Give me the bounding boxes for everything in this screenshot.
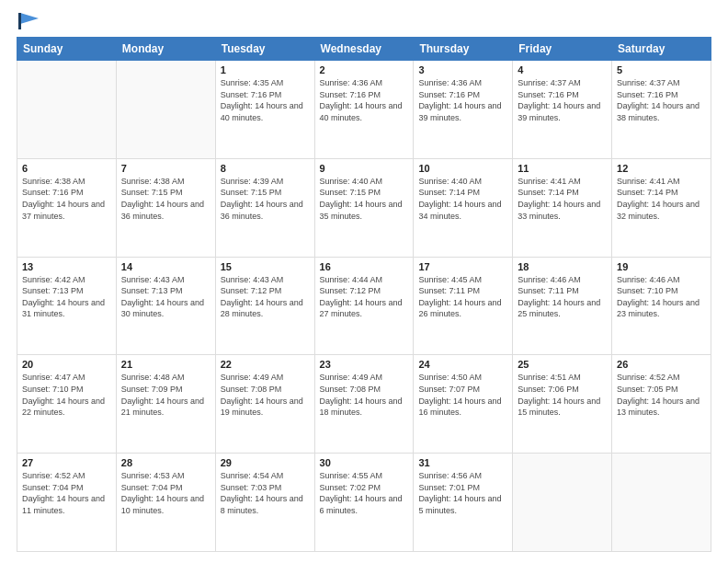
daylight-label: Daylight: 14 hours and 21 minutes. — [121, 396, 204, 418]
day-number: 22 — [221, 359, 310, 370]
sunset-label: Sunset: 7:03 PM — [221, 483, 282, 492]
day-info: Sunrise: 4:38 AM Sunset: 7:15 PM Dayligh… — [121, 176, 210, 222]
sunset-label: Sunset: 7:10 PM — [22, 385, 84, 394]
day-info: Sunrise: 4:42 AM Sunset: 7:13 PM Dayligh… — [22, 274, 111, 320]
day-number: 15 — [221, 261, 310, 272]
day-number: 8 — [221, 163, 310, 174]
day-number: 14 — [121, 261, 210, 272]
daylight-label: Daylight: 14 hours and 31 minutes. — [22, 298, 105, 319]
sunrise-label: Sunrise: 4:46 AM — [617, 275, 680, 284]
day-info: Sunrise: 4:35 AM Sunset: 7:16 PM Dayligh… — [221, 77, 310, 123]
day-number: 31 — [418, 457, 507, 468]
day-info: Sunrise: 4:52 AM Sunset: 7:05 PM Dayligh… — [617, 372, 706, 418]
table-row: 15 Sunrise: 4:43 AM Sunset: 7:12 PM Dayl… — [215, 257, 314, 355]
table-row: 21 Sunrise: 4:48 AM Sunset: 7:09 PM Dayl… — [116, 355, 215, 454]
sunset-label: Sunset: 7:07 PM — [418, 385, 480, 394]
day-info: Sunrise: 4:54 AM Sunset: 7:03 PM Dayligh… — [221, 470, 310, 516]
day-number: 27 — [22, 457, 111, 468]
sunset-label: Sunset: 7:04 PM — [121, 483, 183, 492]
day-number: 4 — [518, 64, 607, 75]
sunset-label: Sunset: 7:10 PM — [617, 286, 678, 295]
daylight-label: Daylight: 14 hours and 35 minutes. — [320, 200, 403, 221]
daylight-label: Daylight: 14 hours and 37 minutes. — [22, 200, 105, 221]
sunset-label: Sunset: 7:15 PM — [221, 188, 282, 197]
daylight-label: Daylight: 14 hours and 11 minutes. — [22, 494, 105, 515]
day-info: Sunrise: 4:38 AM Sunset: 7:16 PM Dayligh… — [22, 176, 111, 222]
sunrise-label: Sunrise: 4:47 AM — [22, 373, 85, 382]
day-info: Sunrise: 4:49 AM Sunset: 7:08 PM Dayligh… — [221, 372, 310, 418]
day-number: 18 — [518, 261, 607, 272]
daylight-label: Daylight: 14 hours and 6 minutes. — [320, 494, 403, 515]
calendar-week-row: 13 Sunrise: 4:42 AM Sunset: 7:13 PM Dayl… — [17, 257, 711, 355]
sunrise-label: Sunrise: 4:50 AM — [418, 373, 482, 382]
table-row: 8 Sunrise: 4:39 AM Sunset: 7:15 PM Dayli… — [215, 158, 314, 257]
table-row: 18 Sunrise: 4:46 AM Sunset: 7:11 PM Dayl… — [513, 257, 612, 355]
day-info: Sunrise: 4:40 AM Sunset: 7:14 PM Dayligh… — [418, 176, 507, 222]
sunrise-label: Sunrise: 4:51 AM — [518, 373, 581, 382]
daylight-label: Daylight: 14 hours and 16 minutes. — [418, 396, 501, 418]
day-info: Sunrise: 4:43 AM Sunset: 7:13 PM Dayligh… — [121, 274, 210, 320]
day-info: Sunrise: 4:49 AM Sunset: 7:08 PM Dayligh… — [320, 372, 409, 418]
day-info: Sunrise: 4:37 AM Sunset: 7:16 PM Dayligh… — [617, 77, 706, 123]
table-row — [116, 61, 215, 159]
sunset-label: Sunset: 7:16 PM — [320, 90, 381, 99]
logo — [17, 17, 39, 28]
sunrise-label: Sunrise: 4:43 AM — [121, 275, 185, 284]
calendar-week-row: 1 Sunrise: 4:35 AM Sunset: 7:16 PM Dayli… — [17, 61, 711, 159]
daylight-label: Daylight: 14 hours and 25 minutes. — [518, 298, 600, 319]
day-number: 23 — [320, 359, 409, 370]
table-row: 24 Sunrise: 4:50 AM Sunset: 7:07 PM Dayl… — [414, 355, 513, 454]
sunrise-label: Sunrise: 4:56 AM — [418, 471, 482, 480]
sunset-label: Sunset: 7:04 PM — [22, 483, 84, 492]
sunset-label: Sunset: 7:16 PM — [518, 90, 579, 99]
daylight-label: Daylight: 14 hours and 18 minutes. — [320, 396, 403, 418]
day-info: Sunrise: 4:52 AM Sunset: 7:04 PM Dayligh… — [22, 470, 111, 516]
table-row: 28 Sunrise: 4:53 AM Sunset: 7:04 PM Dayl… — [116, 454, 215, 552]
calendar-week-row: 27 Sunrise: 4:52 AM Sunset: 7:04 PM Dayl… — [17, 454, 711, 552]
table-row: 12 Sunrise: 4:41 AM Sunset: 7:14 PM Dayl… — [612, 158, 711, 257]
sunrise-label: Sunrise: 4:41 AM — [617, 177, 680, 186]
daylight-label: Daylight: 14 hours and 34 minutes. — [418, 200, 501, 221]
day-info: Sunrise: 4:41 AM Sunset: 7:14 PM Dayligh… — [617, 176, 706, 222]
table-row: 10 Sunrise: 4:40 AM Sunset: 7:14 PM Dayl… — [414, 158, 513, 257]
day-number: 2 — [320, 64, 409, 75]
day-info: Sunrise: 4:47 AM Sunset: 7:10 PM Dayligh… — [22, 372, 111, 418]
table-row: 29 Sunrise: 4:54 AM Sunset: 7:03 PM Dayl… — [215, 454, 314, 552]
sunset-label: Sunset: 7:09 PM — [121, 385, 183, 394]
table-row: 9 Sunrise: 4:40 AM Sunset: 7:15 PM Dayli… — [314, 158, 414, 257]
sunrise-label: Sunrise: 4:40 AM — [418, 177, 482, 186]
day-info: Sunrise: 4:48 AM Sunset: 7:09 PM Dayligh… — [121, 372, 210, 418]
sunrise-label: Sunrise: 4:52 AM — [617, 373, 680, 382]
daylight-label: Daylight: 14 hours and 40 minutes. — [221, 101, 303, 122]
day-number: 21 — [121, 359, 210, 370]
sunset-label: Sunset: 7:15 PM — [121, 188, 183, 197]
table-row: 6 Sunrise: 4:38 AM Sunset: 7:16 PM Dayli… — [17, 158, 117, 257]
table-row: 5 Sunrise: 4:37 AM Sunset: 7:16 PM Dayli… — [612, 61, 711, 159]
sunrise-label: Sunrise: 4:42 AM — [22, 275, 85, 284]
daylight-label: Daylight: 14 hours and 10 minutes. — [121, 494, 204, 515]
sunrise-label: Sunrise: 4:54 AM — [221, 471, 284, 480]
sunrise-label: Sunrise: 4:55 AM — [320, 471, 383, 480]
daylight-label: Daylight: 14 hours and 40 minutes. — [320, 101, 403, 122]
table-row: 19 Sunrise: 4:46 AM Sunset: 7:10 PM Dayl… — [612, 257, 711, 355]
daylight-label: Daylight: 14 hours and 23 minutes. — [617, 298, 700, 319]
sunrise-label: Sunrise: 4:49 AM — [320, 373, 383, 382]
table-row: 20 Sunrise: 4:47 AM Sunset: 7:10 PM Dayl… — [17, 355, 117, 454]
col-thursday: Thursday — [414, 38, 513, 61]
day-info: Sunrise: 4:50 AM Sunset: 7:07 PM Dayligh… — [418, 372, 507, 418]
sunrise-label: Sunrise: 4:45 AM — [418, 275, 482, 284]
table-row: 30 Sunrise: 4:55 AM Sunset: 7:02 PM Dayl… — [314, 454, 414, 552]
day-info: Sunrise: 4:53 AM Sunset: 7:04 PM Dayligh… — [121, 470, 210, 516]
day-info: Sunrise: 4:39 AM Sunset: 7:15 PM Dayligh… — [221, 176, 310, 222]
table-row: 27 Sunrise: 4:52 AM Sunset: 7:04 PM Dayl… — [17, 454, 117, 552]
sunset-label: Sunset: 7:02 PM — [320, 483, 381, 492]
daylight-label: Daylight: 14 hours and 38 minutes. — [617, 101, 700, 122]
sunset-label: Sunset: 7:13 PM — [121, 286, 183, 295]
day-number: 29 — [221, 457, 310, 468]
table-row: 23 Sunrise: 4:49 AM Sunset: 7:08 PM Dayl… — [314, 355, 414, 454]
header — [17, 17, 711, 28]
sunset-label: Sunset: 7:16 PM — [221, 90, 282, 99]
sunrise-label: Sunrise: 4:38 AM — [121, 177, 185, 186]
table-row: 16 Sunrise: 4:44 AM Sunset: 7:12 PM Dayl… — [314, 257, 414, 355]
sunrise-label: Sunrise: 4:35 AM — [221, 78, 284, 87]
